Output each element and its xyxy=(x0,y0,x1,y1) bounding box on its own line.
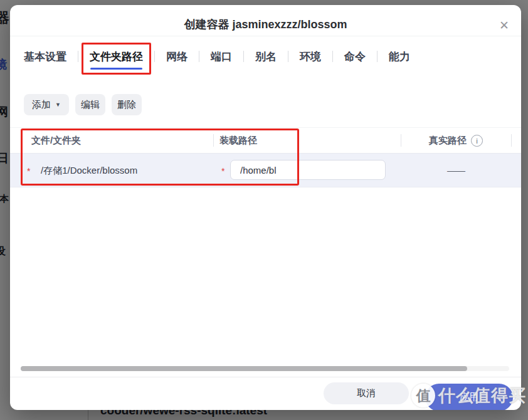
tab-separator xyxy=(288,51,288,62)
table-header: 文件/文件夹 装载路径 真实路径 i xyxy=(10,127,521,154)
tab-command[interactable]: 命令 xyxy=(344,50,366,64)
edit-button[interactable]: 编辑 xyxy=(75,94,105,115)
column-divider xyxy=(213,134,214,147)
tab-folder-path[interactable]: 文件夹路径 xyxy=(90,50,143,64)
tab-label: 端口 xyxy=(211,51,232,63)
delete-button[interactable]: 删除 xyxy=(112,94,142,115)
tab-label: 文件夹路径 xyxy=(90,51,143,63)
header-divider xyxy=(10,36,521,36)
tab-separator xyxy=(332,51,333,62)
scrollbar-thumb[interactable] xyxy=(21,366,467,371)
tab-capability[interactable]: 能力 xyxy=(389,50,410,64)
tab-port[interactable]: 端口 xyxy=(211,50,232,64)
tab-separator xyxy=(154,51,155,62)
close-button[interactable]: ✕ xyxy=(495,16,514,35)
footer-divider xyxy=(10,377,521,377)
tab-label: 命令 xyxy=(344,51,366,63)
required-asterisk: * xyxy=(221,166,224,176)
tab-separator xyxy=(199,51,199,62)
column-header-real-path: 真实路径 i xyxy=(401,135,511,147)
column-header-file: 文件/文件夹 xyxy=(31,135,81,147)
dialog-title: 创建容器 jasminexzzz/blossom xyxy=(10,17,521,32)
column-divider xyxy=(401,134,401,147)
tab-label: 别名 xyxy=(255,51,277,63)
tab-label: 网络 xyxy=(166,51,187,63)
table-row[interactable]: * /存储1/Docker/blossom * —— xyxy=(10,154,521,187)
screenshot-root: 器 镜 网 日 版本 设 cooder/wewe-rss-sqlite:late… xyxy=(0,0,528,420)
tab-separator xyxy=(243,51,244,62)
add-button[interactable]: 添加 ▼ xyxy=(24,94,69,115)
required-asterisk: * xyxy=(27,166,30,176)
column-header-mount-path: 装载路径 xyxy=(219,135,257,147)
tab-label: 基本设置 xyxy=(24,51,66,63)
mount-path-input[interactable] xyxy=(230,160,386,180)
info-icon[interactable]: i xyxy=(471,135,483,147)
tab-bar: 基本设置 文件夹路径 网络 端口 别名 环境 xyxy=(24,44,410,69)
caret-down-icon: ▼ xyxy=(55,102,61,108)
tab-label: 能力 xyxy=(389,51,410,63)
real-path-cell: —— xyxy=(401,165,511,176)
tab-separator xyxy=(78,51,78,62)
file-path-cell: /存储1/Docker/blossom xyxy=(41,165,137,177)
horizontal-scrollbar[interactable] xyxy=(21,366,509,371)
apply-button[interactable]: 应用 xyxy=(425,384,513,410)
column-divider xyxy=(511,134,512,147)
close-icon: ✕ xyxy=(499,19,509,32)
cancel-button[interactable]: 取消 xyxy=(324,382,409,404)
tab-label: 环境 xyxy=(300,51,321,63)
toolbar: 添加 ▼ 编辑 删除 xyxy=(24,94,142,115)
tab-network[interactable]: 网络 xyxy=(166,50,187,64)
column-header-real-path-label: 真实路径 xyxy=(429,135,467,147)
tab-alias[interactable]: 别名 xyxy=(255,50,277,64)
create-container-dialog: 创建容器 jasminexzzz/blossom ✕ 基本设置 文件夹路径 网络… xyxy=(10,5,521,410)
tab-basic-settings[interactable]: 基本设置 xyxy=(24,50,66,64)
tab-separator xyxy=(377,51,378,62)
add-button-label: 添加 xyxy=(32,99,51,111)
active-tab-underline xyxy=(90,68,142,70)
mounts-table: 文件/文件夹 装载路径 真实路径 i * /存储1/Docker/blossom… xyxy=(10,127,521,187)
tab-environment[interactable]: 环境 xyxy=(300,50,321,64)
